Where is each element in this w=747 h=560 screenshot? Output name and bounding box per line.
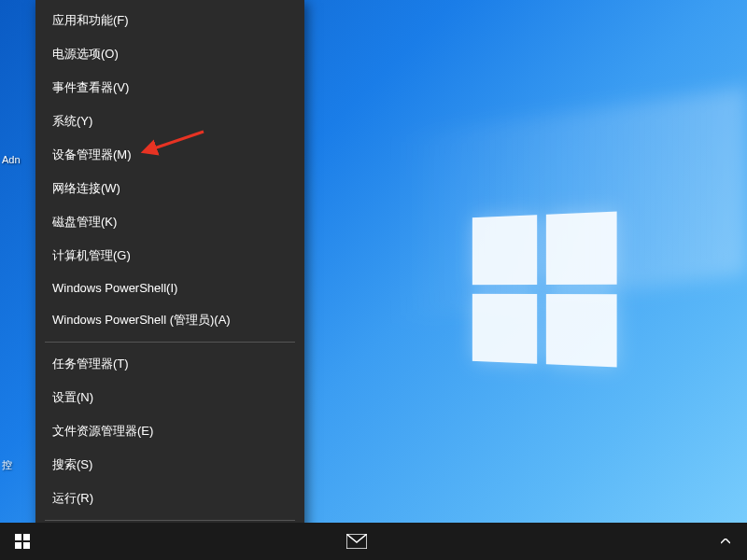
menu-label: 设备管理器(M) [52, 147, 132, 163]
menu-label: 应用和功能(F) [52, 12, 129, 29]
mail-icon [346, 534, 367, 549]
menu-apps-features[interactable]: 应用和功能(F) [35, 4, 304, 37]
menu-label: 计算机管理(G) [52, 247, 131, 264]
menu-computer-management[interactable]: 计算机管理(G) [35, 239, 304, 273]
menu-label: 系统(Y) [52, 113, 92, 130]
menu-powershell-admin[interactable]: Windows PowerShell (管理员)(A) [35, 303, 304, 337]
menu-label: 电源选项(O) [52, 46, 119, 63]
svg-rect-4 [15, 542, 21, 549]
menu-separator [45, 520, 295, 521]
svg-rect-2 [15, 534, 21, 540]
menu-system[interactable]: 系统(Y) [35, 105, 304, 138]
menu-label: 搜索(S) [52, 456, 92, 473]
svg-rect-5 [23, 542, 30, 549]
menu-label: 运行(R) [52, 490, 93, 507]
menu-disk-management[interactable]: 磁盘管理(K) [35, 205, 304, 239]
desktop-icon-label-control[interactable]: 控 [2, 458, 12, 472]
logo-pane [546, 294, 617, 367]
logo-pane [472, 294, 537, 364]
desktop[interactable]: Adn 控 应用和功能(F) 电源选项(O) 事件查看器(V) 系统(Y) 设备… [0, 0, 747, 560]
menu-label: 设置(N) [52, 389, 93, 406]
start-button[interactable] [0, 523, 45, 560]
chevron-up-icon [721, 539, 730, 544]
menu-label: 任务管理器(T) [52, 356, 129, 372]
menu-power-options[interactable]: 电源选项(O) [35, 37, 304, 71]
menu-label: Windows PowerShell(I) [52, 281, 177, 295]
menu-network-connections[interactable]: 网络连接(W) [35, 172, 304, 205]
winx-context-menu: 应用和功能(F) 电源选项(O) 事件查看器(V) 系统(Y) 设备管理器(M)… [35, 0, 304, 560]
menu-label: Windows PowerShell (管理员)(A) [52, 312, 231, 329]
menu-device-manager[interactable]: 设备管理器(M) [35, 138, 304, 172]
windows-logo [472, 212, 617, 368]
menu-search[interactable]: 搜索(S) [35, 448, 304, 482]
system-tray [710, 523, 747, 560]
menu-file-explorer[interactable]: 文件资源管理器(E) [35, 414, 304, 448]
menu-label: 网络连接(W) [52, 180, 120, 197]
taskbar-mail[interactable] [334, 523, 379, 560]
taskbar [0, 523, 747, 560]
menu-label: 磁盘管理(K) [52, 214, 117, 231]
windows-start-icon [15, 534, 30, 549]
desktop-icon-label-admin[interactable]: Adn [2, 154, 21, 165]
menu-settings[interactable]: 设置(N) [35, 381, 304, 414]
tray-overflow[interactable] [710, 523, 741, 560]
menu-task-manager[interactable]: 任务管理器(T) [35, 347, 304, 381]
menu-event-viewer[interactable]: 事件查看器(V) [35, 71, 304, 105]
menu-label: 文件资源管理器(E) [52, 423, 153, 440]
logo-pane [472, 215, 537, 285]
menu-powershell[interactable]: Windows PowerShell(I) [35, 273, 304, 303]
logo-pane [546, 212, 617, 285]
svg-rect-3 [23, 534, 30, 540]
menu-run[interactable]: 运行(R) [35, 482, 304, 515]
menu-separator [45, 342, 295, 343]
menu-label: 事件查看器(V) [52, 79, 129, 96]
